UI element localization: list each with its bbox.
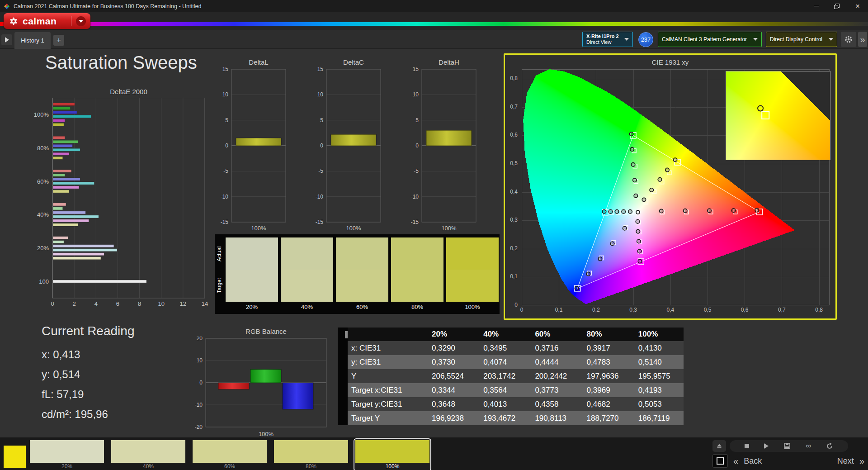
add-tab-button[interactable]: + <box>53 35 64 46</box>
swatch-column-label: 100% <box>446 304 499 310</box>
table-row-label: Y <box>348 369 425 383</box>
table-handle <box>338 328 348 341</box>
pattern-swatch-60%[interactable]: 60% <box>191 438 269 470</box>
continuous-measure-button[interactable]: ∞ <box>806 443 811 449</box>
swatch-label: 60% <box>193 463 267 470</box>
play-button[interactable] <box>764 443 769 449</box>
deltae2000-plot: 02468101214100%80%60%40%20%100 <box>25 98 211 310</box>
table-cell: 0,3969 <box>580 383 632 397</box>
next-button[interactable]: Next <box>837 456 854 466</box>
current-reading-panel: Current Reading x: 0,413 y: 0,514 fL: 57… <box>42 324 134 424</box>
table-cell: 0,3773 <box>528 383 580 397</box>
table-cell: 0,3290 <box>425 341 477 355</box>
cie-y-tick: 0,7 <box>510 104 518 110</box>
actual-swatch <box>336 237 388 270</box>
next-chevron-icon: » <box>859 456 864 466</box>
chevron-down-icon <box>624 38 629 41</box>
save-button[interactable] <box>783 442 791 450</box>
play-icon <box>5 37 9 43</box>
cie-x-tick: 0,1 <box>550 307 568 313</box>
meter-count-badge[interactable]: 237 <box>638 32 653 47</box>
table-cell: 0,3917 <box>580 341 632 355</box>
svg-text:100%: 100% <box>34 111 49 118</box>
table-cell: 193,4672 <box>477 411 528 425</box>
display-control-label: Direct Display Control <box>770 36 822 43</box>
swatch-color <box>355 440 429 463</box>
table-cell: 203,1742 <box>477 369 528 383</box>
svg-text:80%: 80% <box>37 145 49 152</box>
tab-label: History 1 <box>21 37 44 44</box>
calman-flower-icon <box>8 16 19 27</box>
table-cell: 0,3716 <box>528 341 580 355</box>
chevron-down-icon <box>829 38 833 41</box>
svg-text:-10: -10 <box>195 402 203 408</box>
stop-button[interactable] <box>745 444 749 448</box>
pattern-window-button[interactable] <box>712 454 728 468</box>
svg-text:20: 20 <box>197 337 203 342</box>
pattern-generator-dropdown[interactable]: CalMAN Client 3 Pattern Generator <box>658 32 762 47</box>
deltaC-chart: DeltaC 151050-5-10-15100% <box>311 58 401 232</box>
table-cell: 0,5053 <box>632 397 684 411</box>
titlebar: Calman 2021 Calman Ultimate for Business… <box>0 0 868 12</box>
gear-icon <box>844 35 853 44</box>
deltaL-title: DeltaL <box>231 58 286 66</box>
table-row-strip <box>338 369 348 383</box>
swatch-label: 100% <box>355 463 429 470</box>
actual-swatch <box>281 237 333 270</box>
cie-chart-panel: CIE 1931 xy 00,10,20,30,40,50,60,70,8 00… <box>504 53 837 320</box>
target-swatch <box>281 270 333 302</box>
eject-button[interactable] <box>712 440 726 452</box>
current-reading-y: y: 0,514 <box>42 365 134 385</box>
meter-name: X-Rite i1Pro 2 <box>586 33 619 39</box>
minimize-button[interactable] <box>806 0 826 12</box>
table-cell: 0,4074 <box>477 355 528 369</box>
meter-mode: Direct View <box>586 39 619 45</box>
pattern-generator-label: CalMAN Client 3 Pattern Generator <box>662 36 747 43</box>
back-button[interactable]: Back <box>744 456 762 466</box>
cie-zoom-inset-canvas <box>726 71 830 160</box>
actual-swatch <box>226 237 278 270</box>
refresh-button[interactable] <box>826 442 833 450</box>
settings-button[interactable] <box>841 32 856 47</box>
display-control-dropdown[interactable]: Direct Display Control <box>766 32 837 47</box>
swatch-column-label: 40% <box>281 304 333 310</box>
svg-text:0: 0 <box>320 142 323 149</box>
pattern-swatch-80%[interactable]: 80% <box>272 438 350 470</box>
meter-dropdown[interactable]: X-Rite i1Pro 2 Direct View <box>582 32 633 47</box>
table-cell: 0,3564 <box>477 383 528 397</box>
expand-panel-button[interactable]: » <box>858 32 867 47</box>
active-pattern-color[interactable] <box>4 446 26 468</box>
cie-y-tick: 0,5 <box>510 160 518 166</box>
main-menu-button[interactable] <box>76 16 86 26</box>
scroll-tabs-button[interactable] <box>1 34 12 45</box>
tab-history-1[interactable]: History 1 <box>14 32 51 49</box>
table-column-header: 20% <box>425 328 477 341</box>
table-cell: 0,3730 <box>425 355 477 369</box>
rgb-balance-title: RGB Balance <box>206 328 326 335</box>
rgb-balance-chart: RGB Balance 20100-10-20100% <box>190 328 331 438</box>
chevron-down-icon <box>79 20 83 23</box>
svg-text:100%: 100% <box>259 431 274 437</box>
table-cell: 0,4193 <box>632 383 684 397</box>
rgb-balance-plot: 20100-10-20100% <box>190 337 331 438</box>
table-column-header: 60% <box>528 328 580 341</box>
deltaL-plot: 151050-5-10-15100% <box>216 67 307 232</box>
svg-text:100%: 100% <box>346 225 361 232</box>
tab-bar: History 1 + X-Rite i1Pro 2 Direct View 2… <box>0 30 868 49</box>
pattern-swatch-20%[interactable]: 20% <box>28 438 106 470</box>
calman-logo-button[interactable]: calman <box>4 13 90 29</box>
pattern-swatch-100%[interactable]: 100% <box>354 438 431 470</box>
minimize-icon <box>814 6 819 6</box>
svg-text:-15: -15 <box>221 219 229 225</box>
svg-text:-15: -15 <box>316 219 324 225</box>
svg-text:100: 100 <box>39 278 49 285</box>
table-cell: 0,3344 <box>425 383 477 397</box>
cie-y-tick: 0,2 <box>510 245 518 252</box>
pattern-swatch-40%[interactable]: 40% <box>109 438 187 470</box>
current-reading-title: Current Reading <box>42 324 134 338</box>
results-table: 20%40%60%80%100%x: CIE310,32900,34950,37… <box>338 328 684 425</box>
target-swatch <box>391 270 443 302</box>
restore-button[interactable] <box>826 0 847 12</box>
svg-text:20%: 20% <box>37 245 49 252</box>
close-button[interactable]: × <box>847 0 868 12</box>
